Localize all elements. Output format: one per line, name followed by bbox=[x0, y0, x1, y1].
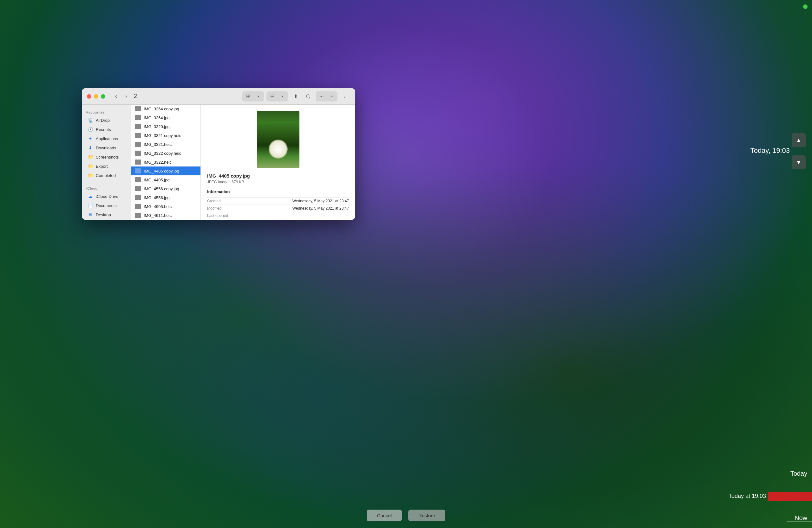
grid-view-button[interactable]: ⊟ bbox=[267, 92, 277, 101]
timeline-up-button[interactable]: ▲ bbox=[792, 133, 806, 147]
file-item[interactable]: IMG_4905.heic bbox=[131, 202, 201, 211]
share-icon: ⬆ bbox=[294, 93, 298, 99]
file-list: IMG_2724.jpgIMG_2997 copy.heicIMG_3001.h… bbox=[131, 105, 201, 220]
bottom-action-bar: Cancel Restore bbox=[0, 503, 812, 528]
tag-button[interactable]: ⬡ bbox=[303, 92, 314, 101]
close-button[interactable] bbox=[87, 94, 91, 99]
timeline-down-button[interactable]: ▼ bbox=[792, 156, 806, 169]
sidebar-item-applications[interactable]: ✦ Applications bbox=[83, 134, 129, 143]
file-item[interactable]: IMG_4405 copy.jpg bbox=[131, 166, 201, 175]
file-name: IMG_4905.heic bbox=[144, 204, 172, 209]
grid-dropdown-button[interactable]: ▾ bbox=[277, 92, 287, 101]
icloud-icon: ☁ bbox=[88, 193, 93, 199]
restore-button[interactable]: Restore bbox=[408, 510, 445, 521]
documents-icon: 📄 bbox=[88, 203, 93, 208]
back-button[interactable]: ‹ bbox=[112, 92, 120, 101]
file-item[interactable]: IMG_4911.heic bbox=[131, 211, 201, 220]
column-view-button[interactable]: ⊞ bbox=[243, 92, 253, 101]
chevron-down-icon: ▼ bbox=[796, 159, 801, 166]
file-name: IMG_3264.jpg bbox=[144, 115, 170, 120]
sidebar-item-documents[interactable]: 📄 Documents bbox=[83, 201, 129, 210]
file-item[interactable]: IMG_3321 copy.heic bbox=[131, 131, 201, 140]
icloud-header: iCloud bbox=[82, 184, 131, 192]
file-name: IMG_3320.jpg bbox=[144, 124, 170, 129]
minimize-button[interactable] bbox=[94, 94, 98, 99]
finder-window: ‹ › 2 ⊞ ▾ ⊟ ▾ bbox=[82, 88, 355, 220]
file-item[interactable]: IMG_3322 copy.heic bbox=[131, 149, 201, 158]
file-name: IMG_4556 copy.jpg bbox=[144, 187, 179, 191]
sidebar-item-label-airdrop: AirDrop bbox=[96, 118, 110, 123]
view-dropdown-button[interactable]: ▾ bbox=[253, 92, 263, 101]
file-item[interactable]: IMG_4556.jpg bbox=[131, 193, 201, 202]
modified-label: Modified bbox=[207, 206, 221, 210]
created-label: Created bbox=[207, 199, 221, 203]
traffic-lights bbox=[87, 94, 105, 99]
info-row-modified: Modified Wednesday, 5 May 2021 at 23:47 bbox=[207, 205, 349, 212]
file-thumbnail bbox=[135, 195, 141, 200]
file-name: IMG_4405.jpg bbox=[144, 178, 170, 182]
sidebar: Favourites 📡 AirDrop 🕐 Recents ✦ Applica… bbox=[82, 105, 131, 220]
tag-icon: ⬡ bbox=[306, 93, 310, 99]
sidebar-item-label-desktop: Desktop bbox=[96, 212, 111, 217]
file-item[interactable]: IMG_3320.jpg bbox=[131, 122, 201, 131]
title-bar: ‹ › 2 ⊞ ▾ ⊟ ▾ bbox=[82, 88, 355, 105]
cancel-button[interactable]: Cancel bbox=[367, 510, 402, 521]
sidebar-divider-1 bbox=[86, 182, 126, 182]
toolbar-right: ⊞ ▾ ⊟ ▾ ⬆ ⬡ ··· bbox=[242, 91, 350, 102]
sidebar-item-recents[interactable]: 🕐 Recents bbox=[83, 125, 129, 134]
info-row-created: Created Wednesday, 5 May 2021 at 23:47 bbox=[207, 197, 349, 205]
file-item[interactable]: IMG_3264 copy.jpg bbox=[131, 105, 201, 113]
sidebar-item-airdrop[interactable]: 📡 AirDrop bbox=[83, 116, 129, 124]
sidebar-item-export[interactable]: 📁 Export bbox=[83, 162, 129, 171]
view-toggle-group: ⊞ ▾ bbox=[242, 91, 264, 102]
file-name: IMG_4911.heic bbox=[144, 213, 172, 218]
sidebar-item-icloud-drive[interactable]: ☁ iCloud Drive bbox=[83, 192, 129, 201]
sidebar-item-screenshots[interactable]: 📁 Screenshots bbox=[83, 152, 129, 161]
created-value: Wednesday, 5 May 2021 at 23:47 bbox=[292, 199, 349, 203]
file-thumbnail bbox=[135, 204, 141, 209]
share-button[interactable]: ⬆ bbox=[291, 92, 301, 101]
file-name: IMG_3321.heic bbox=[144, 142, 172, 147]
preview-panel: IMG_4405 copy.jpg JPEG image · 679 KB In… bbox=[201, 105, 355, 220]
sidebar-item-label-completed: Completed bbox=[96, 173, 116, 178]
search-button[interactable]: ⌕ bbox=[340, 92, 350, 101]
file-item[interactable]: IMG_3264.jpg bbox=[131, 113, 201, 122]
preview-filetype: JPEG image · 679 KB bbox=[207, 180, 349, 184]
sidebar-item-shared[interactable]: 🔗 Shared bbox=[83, 219, 129, 220]
chevron-right-icon: › bbox=[125, 93, 127, 100]
nav-history-count: 2 bbox=[134, 93, 137, 100]
file-name: IMG_3322 copy.heic bbox=[144, 151, 181, 156]
file-thumbnail bbox=[135, 168, 141, 174]
sidebar-item-label-documents: Documents bbox=[96, 203, 117, 208]
chevron-down-icon: ▾ bbox=[258, 94, 259, 98]
more-button[interactable]: ··· bbox=[317, 92, 327, 101]
sidebar-item-completed[interactable]: 📁 Completed bbox=[83, 171, 129, 180]
file-thumbnail bbox=[135, 124, 141, 129]
timeline-active-bar[interactable] bbox=[768, 492, 812, 501]
screenshots-icon: 📁 bbox=[88, 154, 93, 160]
file-item[interactable]: IMG_3322.heic bbox=[131, 158, 201, 166]
sidebar-item-desktop[interactable]: 🖥 Desktop bbox=[83, 210, 129, 219]
preview-image-container bbox=[207, 111, 349, 168]
file-item[interactable]: IMG_4405.jpg bbox=[131, 175, 201, 184]
file-item[interactable]: IMG_4556 copy.jpg bbox=[131, 184, 201, 193]
chevron-left-icon: ‹ bbox=[115, 93, 117, 100]
file-thumbnail bbox=[135, 160, 141, 165]
sidebar-item-label-screenshots: Screenshots bbox=[96, 155, 119, 160]
chevron-up-icon: ▲ bbox=[796, 137, 801, 144]
favourites-header: Favourites bbox=[82, 108, 131, 115]
export-icon: 📁 bbox=[88, 163, 93, 169]
completed-icon: 📁 bbox=[88, 173, 93, 178]
more-dropdown-button[interactable]: ▾ bbox=[327, 92, 337, 101]
timeline-panel: ▲ Today, 19:03 ▼ Today Today at 19:03 No… bbox=[749, 0, 812, 528]
sidebar-item-label-export: Export bbox=[96, 164, 108, 169]
file-thumbnail bbox=[135, 142, 141, 147]
file-thumbnail bbox=[135, 106, 141, 111]
forward-button[interactable]: › bbox=[122, 92, 131, 101]
maximize-button[interactable] bbox=[101, 94, 105, 99]
sidebar-item-downloads[interactable]: ⬇ Downloads bbox=[83, 143, 129, 152]
file-item[interactable]: IMG_3321.heic bbox=[131, 140, 201, 149]
file-thumbnail bbox=[135, 213, 141, 218]
timeline-active-label: Today at 19:03 bbox=[728, 493, 766, 499]
sidebar-item-label-downloads: Downloads bbox=[96, 146, 116, 150]
